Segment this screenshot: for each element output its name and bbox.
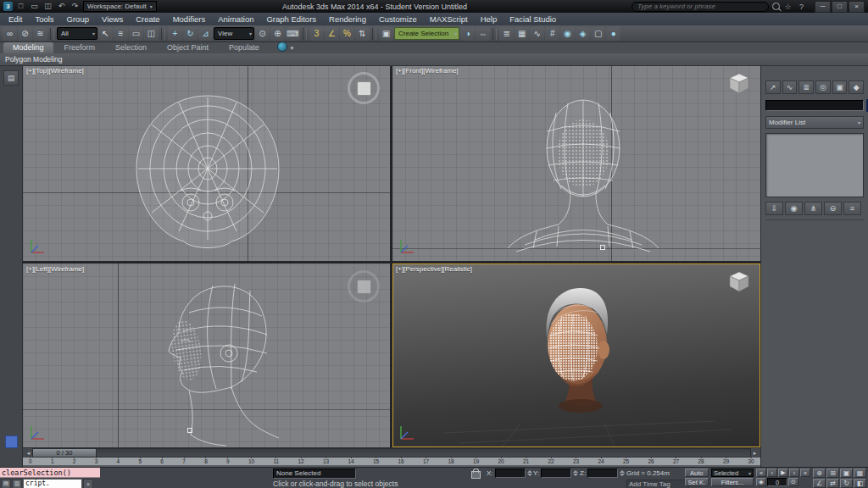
key-mode-button[interactable]: ◈ <box>756 478 766 486</box>
menu-item[interactable]: Modifiers <box>173 14 206 24</box>
reference-coordinate-dropdown[interactable]: View <box>214 27 254 40</box>
slider-step-back-button[interactable]: ◂ <box>25 450 32 457</box>
utilities-tab-icon[interactable]: ◆ <box>849 80 864 94</box>
save-file-icon[interactable]: ◫ <box>42 1 53 12</box>
x-input[interactable] <box>495 469 526 478</box>
menu-item[interactable]: Views <box>102 14 123 24</box>
redo-icon[interactable]: ↷ <box>70 1 81 12</box>
display-tab-icon[interactable]: ▣ <box>832 80 848 94</box>
window-crossing-toggle-icon[interactable]: ◫ <box>144 27 159 41</box>
modifier-stack[interactable] <box>765 133 864 197</box>
workspace-dropdown[interactable]: Workspace: Default ▾ <box>83 1 157 12</box>
named-selection-field[interactable]: Create Selection <box>394 27 459 40</box>
frame-tick[interactable]: 15 <box>373 458 379 465</box>
selection-region-icon[interactable]: ▭ <box>129 27 143 41</box>
community-icon[interactable]: ☆ <box>782 3 793 11</box>
close-button[interactable]: × <box>849 1 865 13</box>
frame-tick[interactable]: 0 <box>29 458 32 465</box>
ribbon-tab[interactable]: Object Paint <box>158 42 218 53</box>
new-scene-icon[interactable]: □ <box>15 1 26 12</box>
head-model-top-view[interactable] <box>23 65 390 261</box>
render-production-icon[interactable]: ● <box>606 27 620 41</box>
slider-step-forward-button[interactable]: ▸ <box>751 450 759 457</box>
time-config-button[interactable]: ⊙ <box>788 478 798 486</box>
menu-item[interactable]: Rendering <box>329 14 366 24</box>
key-filters-button[interactable]: Filters... <box>711 478 754 486</box>
zoom-button[interactable]: ⊕ <box>813 469 826 478</box>
object-name-field[interactable] <box>765 100 864 111</box>
ribbon-tab[interactable]: Populate <box>220 42 269 53</box>
frame-tick[interactable]: 26 <box>648 458 654 465</box>
frame-tick[interactable]: 3 <box>95 458 98 465</box>
pin-stack-icon[interactable]: ⇩ <box>765 202 783 215</box>
ribbon-toggle-icon[interactable]: ▦ <box>515 27 529 41</box>
frame-tick[interactable]: 14 <box>348 458 353 465</box>
maximize-viewport-toggle[interactable]: ◧ <box>854 479 866 488</box>
select-and-rotate-icon[interactable]: ↻ <box>183 27 198 41</box>
show-end-result-icon[interactable]: ◉ <box>785 202 803 215</box>
menu-item[interactable]: MAXScript <box>430 14 468 24</box>
set-key-button[interactable]: Set K. <box>685 478 709 486</box>
current-frame-field[interactable]: 0 <box>767 478 787 486</box>
polygon-modeling-panel-label[interactable]: Polygon Modeling <box>5 55 63 64</box>
maxscript-macro-recorder[interactable]: clearSelection() <box>0 468 100 478</box>
select-and-scale-icon[interactable]: ⊿ <box>198 27 213 41</box>
viewcube-face[interactable] <box>357 81 371 96</box>
viewcube[interactable] <box>348 72 380 104</box>
z-spinner[interactable] <box>620 470 625 476</box>
use-pivot-center-icon[interactable]: ⊙ <box>255 27 270 41</box>
play-button[interactable]: ▶ <box>778 469 788 477</box>
minimize-button[interactable]: ─ <box>815 1 831 13</box>
ribbon-tab[interactable]: Modeling <box>3 42 53 53</box>
angle-snap-icon[interactable]: ∠ <box>325 27 339 41</box>
align-icon[interactable]: ⇔ <box>476 27 490 41</box>
search-input[interactable] <box>632 2 769 12</box>
keyboard-override-icon[interactable]: ⌨ <box>286 27 300 41</box>
close-icon[interactable]: × <box>83 479 93 488</box>
frame-tick[interactable]: 22 <box>548 458 554 465</box>
frame-tick[interactable]: 29 <box>723 458 729 465</box>
app-icon[interactable]: 3 <box>3 2 13 11</box>
head-model-perspective[interactable] <box>392 263 760 447</box>
frame-tick[interactable]: 17 <box>423 458 429 465</box>
frame-tick[interactable]: 27 <box>673 458 679 465</box>
menu-item[interactable]: Group <box>67 14 89 24</box>
percent-snap-icon[interactable]: % <box>340 27 354 41</box>
ribbon-display-toggle-icon[interactable] <box>277 42 287 52</box>
y-input[interactable] <box>541 469 571 478</box>
selection-filter-dropdown[interactable]: All <box>57 27 97 40</box>
chevron-down-icon[interactable]: ▾ <box>291 45 294 52</box>
frame-tick[interactable]: 21 <box>523 458 529 465</box>
frame-tick[interactable]: 9 <box>226 458 230 465</box>
frame-tick[interactable]: 19 <box>473 458 479 465</box>
listener-page-icon[interactable]: ▥ <box>12 479 22 488</box>
frame-tick[interactable]: 12 <box>298 458 303 465</box>
head-model-left-view[interactable] <box>23 263 390 447</box>
time-slider-handle[interactable]: 0 / 30 <box>33 449 97 457</box>
select-object-icon[interactable]: ↖ <box>98 27 113 41</box>
rendered-frame-icon[interactable]: ▢ <box>591 27 605 41</box>
frame-tick[interactable]: 13 <box>323 458 329 465</box>
zoom-all-button[interactable]: ⊞ <box>826 469 839 478</box>
viewcube[interactable] <box>726 269 752 294</box>
scene-explorer-tab-icon[interactable] <box>5 435 18 448</box>
frame-tick[interactable]: 8 <box>204 458 208 465</box>
ribbon-panel-strip[interactable]: Polygon Modeling <box>0 53 868 66</box>
unlink-selection-icon[interactable]: ⊘ <box>18 27 32 41</box>
viewport-front[interactable]: [+][Front][Wireframe] <box>392 65 760 261</box>
x-spinner[interactable] <box>527 470 532 476</box>
viewport-label[interactable]: [+][Perspective][Realistic] <box>396 265 472 273</box>
next-frame-button[interactable]: › <box>789 469 799 477</box>
viewport-tab-icon[interactable]: ▤ <box>3 70 19 86</box>
zoom-extents-all-button[interactable]: ▦ <box>854 469 866 478</box>
material-editor-icon[interactable]: ◉ <box>560 27 575 41</box>
frame-tick[interactable]: 7 <box>182 458 186 465</box>
frame-tick[interactable]: 24 <box>598 458 604 465</box>
menu-item[interactable]: Edit <box>8 14 22 24</box>
menu-item[interactable]: Create <box>136 14 160 24</box>
modify-tab-icon[interactable]: ∿ <box>782 80 798 94</box>
viewport-label[interactable]: [+][Top][Wireframe] <box>26 67 84 75</box>
viewcube-face[interactable] <box>357 280 371 294</box>
undo-icon[interactable]: ↶ <box>56 1 67 12</box>
remove-modifier-icon[interactable]: ⊖ <box>824 202 842 215</box>
